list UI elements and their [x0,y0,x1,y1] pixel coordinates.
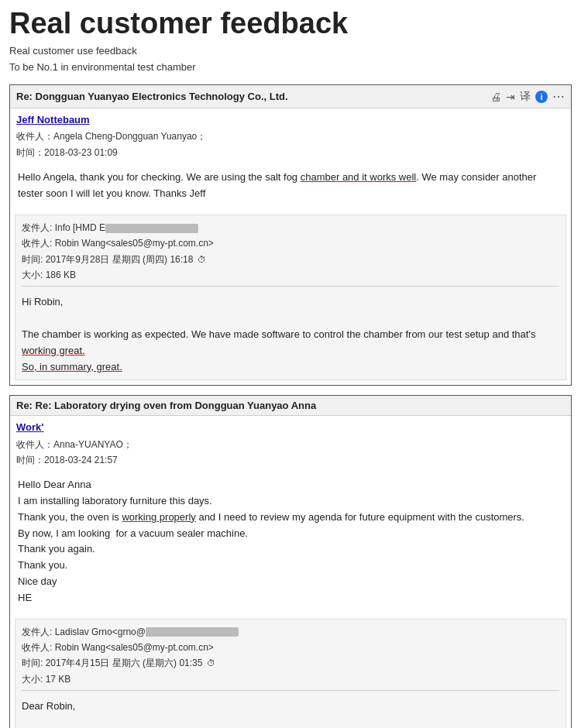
nested1-highlight-2: So, in summary, great. [22,361,122,373]
page-subtitle: Real customer use feedback To be No.1 in… [9,43,572,76]
email2-highlight-1: working properly [122,511,195,523]
email1-header: Re: Dongguan Yuanyao Electronics Technol… [10,85,571,108]
subtitle-line1: Real customer use feedback [9,45,137,57]
nested2-size-label: 大小: 17 KB [22,674,70,685]
email1-to-label: 收件人： [16,131,53,142]
nested2-size: 大小: 17 KB [22,671,559,687]
nested1-from-label: 发件人: Info [HMD E [22,222,105,233]
nested2-to-label: 收件人: Robin Wang<sales05@my-pt.com.cn> [22,642,214,653]
info-icon[interactable]: i [535,91,548,103]
email1-body-text: Hello Angela, thank you for checking. We… [18,170,563,202]
email1-highlight-1: chamber and it works well [301,171,417,183]
nested2-from-blurred [146,627,239,637]
email2-to-label: 收件人： [16,439,53,450]
email2-header: Re: Re: Laboratory drying oven from Dong… [10,396,571,416]
email1-header-icons: 🖨 ⇥ 译 i ⋯ [490,89,565,104]
subtitle-line2: To be No.1 in environmental test chamber [9,61,196,73]
nested1-divider [22,286,559,287]
email1-time-value: 2018-03-23 01:09 [44,147,118,158]
translate-icon[interactable]: 译 [520,90,531,104]
email2-sender-blurred [43,424,105,433]
nested1-to-label: 收件人: Robin Wang<sales05@my-pt.com.cn> [22,238,214,249]
nested1-from: 发件人: Info [HMD E [22,220,559,235]
email2-nested: 发件人: Ladislav Grno<grno@ 收件人: Robin Wang… [15,619,566,728]
menu-icon[interactable]: ⋯ [552,89,565,104]
email-block-1: Re: Dongguan Yuanyao Electronics Technol… [9,84,572,386]
email1-header-title: Re: Dongguan Yuanyao Electronics Technol… [16,91,288,102]
nested2-time: 时间: 2017年4月15日 星期六 (星期六) 01:35 [22,655,559,671]
email1-sender: Jeff Nottebaum [16,114,90,125]
clock-icon-1 [196,254,206,265]
email2-header-title: Re: Re: Laboratory drying oven from Dong… [16,400,316,411]
print-icon[interactable]: 🖨 [490,91,501,103]
nested1-size-label: 大小: 186 KB [22,270,76,280]
email1-body: Hello Angela, thank you for checking. We… [10,163,571,210]
nested1-body: Hi Robin, The chamber is working as expe… [22,290,559,375]
nested1-to: 收件人: Robin Wang<sales05@my-pt.com.cn> [22,235,559,251]
nested1-from-blurred [105,224,198,233]
nested1-time-label: 时间: 2017年9月28日 星期四 (周四) 16:18 [22,254,193,265]
page-title: Real customer feedback [9,8,572,40]
email1-nested: 发件人: Info [HMD E 收件人: Robin Wang<sales05… [15,215,566,381]
nested1-size: 大小: 186 KB [22,267,559,283]
nested2-divider [22,690,559,691]
email1-meta: Jeff Nottebaum 收件人：Angela Cheng-Dongguan… [10,108,571,163]
email2-time-value: 2018-03-24 21:57 [44,455,118,465]
nested2-time-label: 时间: 2017年4月15日 星期六 (星期六) 01:35 [22,658,202,668]
email1-time-label: 时间： [16,147,44,158]
nested1-highlight-1: working great. [22,345,85,356]
email2-body: Hello Dear Anna I am installing laborato… [10,471,571,613]
email1-to-value: Angela Cheng-Dongguan Yuanyao； [53,131,206,142]
email2-sender: Work' [16,421,43,433]
nested2-from-label: 发件人: Ladislav Grno<grno@ [22,627,146,637]
nested2-body: Dear Robin, the chamber is working perfe… [22,694,559,728]
email2-time-label: 时间： [16,455,44,465]
email2-meta: Work' 收件人：Anna-YUANYAO； 时间：2018-03-24 21… [10,416,571,471]
clock-icon-2 [205,658,215,668]
nested2-to: 收件人: Robin Wang<sales05@my-pt.com.cn> [22,640,559,655]
nested1-time: 时间: 2017年9月28日 星期四 (周四) 16:18 [22,252,559,267]
email2-to-value: Anna-YUANYAO； [53,439,132,450]
email-block-2: Re: Re: Laboratory drying oven from Dong… [9,395,572,728]
forward-icon[interactable]: ⇥ [506,91,515,103]
nested2-from: 发件人: Ladislav Grno<grno@ [22,624,559,640]
